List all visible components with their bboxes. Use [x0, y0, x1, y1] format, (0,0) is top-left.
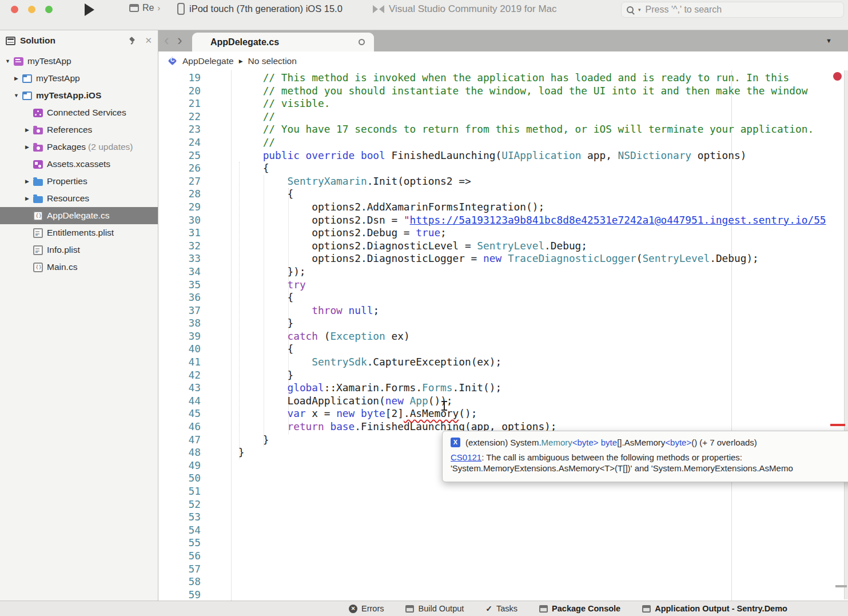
line-number[interactable]: 33 [158, 252, 201, 265]
line-content[interactable]: // This method is invoked when the appli… [201, 71, 789, 85]
line-content[interactable]: catch (Exception ex) [201, 330, 410, 343]
line-content[interactable]: options2.Dsn = "https://5a193123a9b841bc… [201, 214, 826, 227]
line-number[interactable]: 42 [158, 369, 201, 382]
line-number[interactable]: 57 [158, 563, 201, 576]
line-number[interactable]: 44 [158, 395, 201, 408]
line-content[interactable]: options2.DiagnosticLogger = new TraceDia… [201, 252, 759, 265]
line-content[interactable] [201, 550, 214, 563]
line-number[interactable]: 28 [158, 188, 201, 201]
disclosure-right-icon[interactable]: ▶ [23, 178, 31, 184]
code-line-55[interactable]: 55 [158, 536, 848, 550]
sidebar-item-mytestapp[interactable]: ▶myTestApp [0, 70, 158, 87]
sidebar-item-mytestapp-ios[interactable]: ▼myTestApp.iOS [0, 87, 158, 104]
line-content[interactable]: } [201, 446, 245, 459]
line-number[interactable]: 22 [158, 110, 201, 124]
line-content[interactable]: // [201, 136, 275, 149]
line-content[interactable]: } [201, 317, 293, 330]
code-line-32[interactable]: 32 options2.DiagnosticLevel = SentryLeve… [158, 240, 848, 253]
sidebar-item-mytestapp[interactable]: ▼myTestApp [0, 53, 158, 70]
code-line-59[interactable]: 59 [158, 589, 848, 601]
code-line-51[interactable]: 51 [158, 485, 848, 498]
line-number[interactable]: 29 [158, 201, 201, 214]
code-line-20[interactable]: 20 // method you should instantiate the … [158, 85, 848, 98]
code-line-34[interactable]: 34 }); [158, 265, 848, 279]
line-content[interactable]: throw null; [201, 304, 379, 317]
line-content[interactable]: try [201, 279, 306, 292]
code-line-38[interactable]: 38 } [158, 317, 848, 330]
line-number[interactable]: 27 [158, 175, 201, 188]
code-line-19[interactable]: 19 // This method is invoked when the ap… [158, 71, 848, 85]
navigate-back-button[interactable]: ‹ [164, 31, 169, 49]
build-configuration-selector[interactable]: Re › [129, 3, 160, 13]
line-content[interactable]: var x = new byte[2].AsMemory(); [201, 407, 477, 420]
line-content[interactable]: { [201, 291, 293, 304]
line-number[interactable]: 25 [158, 149, 201, 162]
line-content[interactable]: // visible. [201, 97, 330, 110]
panel-button-errors[interactable]: ✕Errors [349, 604, 384, 613]
line-number[interactable]: 32 [158, 240, 201, 253]
code-line-22[interactable]: 22 // [158, 110, 848, 124]
code-editor[interactable]: 19 // This method is invoked when the ap… [158, 70, 848, 601]
line-number[interactable]: 50 [158, 472, 201, 485]
line-number[interactable]: 31 [158, 226, 201, 240]
line-content[interactable]: public override bool FinishedLaunching(U… [201, 149, 746, 162]
line-content[interactable]: LoadApplication(new App()); [201, 395, 453, 408]
code-line-42[interactable]: 42 } [158, 369, 848, 382]
code-line-35[interactable]: 35 try [158, 279, 848, 292]
line-number[interactable]: 21 [158, 97, 201, 110]
panel-button-tasks[interactable]: ✓Tasks [485, 604, 517, 613]
line-number[interactable]: 34 [158, 265, 201, 279]
line-number[interactable]: 58 [158, 575, 201, 589]
code-line-26[interactable]: 26 { [158, 162, 848, 175]
line-content[interactable] [201, 459, 214, 472]
navigate-forward-button[interactable]: › [177, 31, 182, 49]
line-number[interactable]: 47 [158, 434, 201, 447]
line-content[interactable]: options2.AddXamarinFormsIntegration(); [201, 201, 544, 214]
line-number[interactable]: 46 [158, 420, 201, 434]
line-number[interactable]: 30 [158, 214, 201, 227]
code-line-45[interactable]: 45 var x = new byte[2].AsMemory(); [158, 407, 848, 420]
code-line-30[interactable]: 30 options2.Dsn = "https://5a193123a9b84… [158, 214, 848, 227]
line-number[interactable]: 26 [158, 162, 201, 175]
code-line-37[interactable]: 37 throw null; [158, 304, 848, 317]
line-number[interactable]: 38 [158, 317, 201, 330]
tab-appdelegate[interactable]: AppDelegate.cs [192, 33, 374, 51]
line-content[interactable]: options2.DiagnosticLevel = SentryLevel.D… [201, 240, 587, 253]
run-button[interactable] [85, 3, 94, 16]
line-number[interactable]: 20 [158, 85, 201, 98]
line-number[interactable]: 53 [158, 511, 201, 524]
line-number[interactable]: 59 [158, 589, 201, 601]
sidebar-item-main-cs[interactable]: Main.cs [0, 259, 158, 276]
line-content[interactable]: global::Xamarin.Forms.Forms.Init(); [201, 381, 501, 395]
device-selector[interactable]: iPod touch (7th generation) iOS 15.0 [177, 3, 343, 15]
line-content[interactable] [201, 485, 214, 498]
line-number[interactable]: 56 [158, 550, 201, 563]
line-content[interactable] [201, 589, 214, 601]
disclosure-down-icon[interactable]: ▼ [12, 93, 21, 98]
code-line-52[interactable]: 52 [158, 498, 848, 511]
sidebar-item-info-plist[interactable]: Info.plist [0, 241, 158, 259]
disclosure-right-icon[interactable]: ▶ [23, 196, 31, 201]
line-number[interactable]: 48 [158, 446, 201, 459]
search-field[interactable]: ▾ [621, 2, 844, 18]
line-number[interactable]: 39 [158, 330, 201, 343]
disclosure-right-icon[interactable]: ▶ [12, 75, 21, 81]
code-line-21[interactable]: 21 // visible. [158, 97, 848, 110]
code-line-28[interactable]: 28 { [158, 188, 848, 201]
line-number[interactable]: 49 [158, 459, 201, 472]
line-content[interactable]: } [201, 434, 269, 447]
error-code-link[interactable]: CS0121 [451, 452, 481, 462]
traffic-light-close-button[interactable] [11, 6, 18, 13]
line-number[interactable]: 36 [158, 291, 201, 304]
code-line-56[interactable]: 56 [158, 550, 848, 563]
code-line-58[interactable]: 58 [158, 575, 848, 589]
code-line-24[interactable]: 24 // [158, 136, 848, 149]
line-number[interactable]: 35 [158, 279, 201, 292]
line-content[interactable] [201, 498, 214, 511]
line-content[interactable]: { [201, 162, 269, 175]
code-line-41[interactable]: 41 SentrySdk.CaptureException(ex); [158, 356, 848, 369]
line-content[interactable]: // You have 17 seconds to return from th… [201, 123, 814, 136]
disclosure-right-icon[interactable]: ▶ [23, 144, 31, 150]
code-line-57[interactable]: 57 [158, 563, 848, 576]
search-input[interactable] [646, 5, 839, 15]
